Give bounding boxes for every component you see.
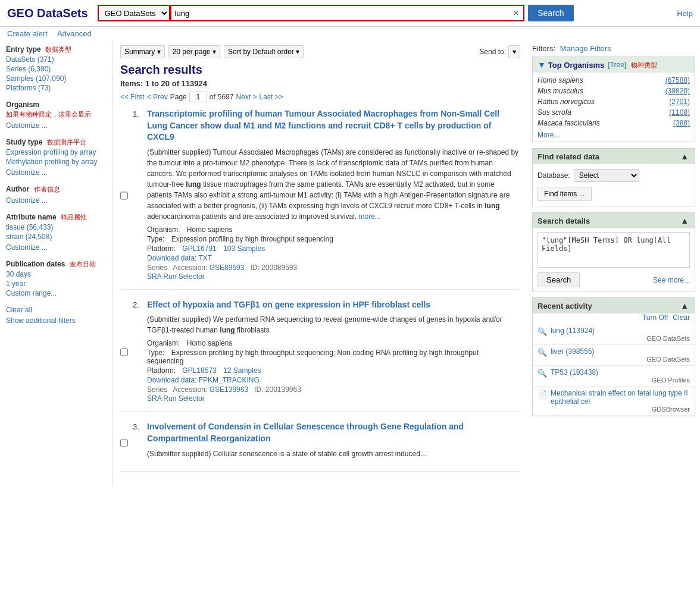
filter-tissue[interactable]: tissue (56,433) <box>6 223 107 231</box>
pub-date-custom[interactable]: Custom range... <box>6 289 107 297</box>
last-page-link[interactable]: Last >> <box>259 93 283 101</box>
recent-query-mechanical[interactable]: Mechanical strain effect on fetal lung t… <box>551 389 690 406</box>
summary-label: Summary <box>124 48 155 56</box>
page-input[interactable] <box>189 92 207 102</box>
organism-value-1: Homo sapiens <box>187 225 233 234</box>
search-input[interactable] <box>171 6 510 20</box>
send-to-dropdown[interactable]: ▾ <box>508 45 520 58</box>
turn-off-link[interactable]: Turn Off <box>642 313 668 322</box>
organism-count-mus[interactable]: (39820) <box>665 87 690 95</box>
tree-link[interactable]: [Tree] <box>608 61 626 69</box>
platform-label-2: Platform: <box>147 366 176 375</box>
sra-link-2[interactable]: SRA Run Selector <box>147 394 205 403</box>
download-link-1[interactable]: Download data: TXT <box>147 254 212 262</box>
filter-strain[interactable]: strain (24,508) <box>6 233 107 241</box>
pub-date-30days[interactable]: 30 days <box>6 270 107 278</box>
attribute-customize[interactable]: Customize ... <box>6 243 107 252</box>
result-abstract-3: (Submitter supplied) Cellular senescence… <box>147 448 520 459</box>
sra-link-1[interactable]: SRA Run Selector <box>147 272 205 281</box>
filter-samples[interactable]: Samples (107,090) <box>6 74 107 83</box>
download-link-2[interactable]: Download data: FPKM_TRACKING <box>147 376 260 384</box>
samples-link-2[interactable]: 12 Samples <box>223 366 261 375</box>
study-type-title: Study type <box>6 138 42 146</box>
series-line-1: Series Accession: GSE89593 ID: 200089593 <box>147 263 520 272</box>
author-customize[interactable]: Customize ... <box>6 196 107 205</box>
organism-count-rattus[interactable]: (2701) <box>669 98 690 106</box>
sort-dropdown[interactable]: Sort by Default order ▾ <box>224 45 304 58</box>
organism-mus: Mus musculus (39820) <box>538 86 690 96</box>
help-link[interactable]: Help <box>677 9 693 18</box>
study-type-customize[interactable]: Customize ... <box>6 168 107 177</box>
pub-dates-title: Publication dates <box>6 260 65 268</box>
center-content: Summary ▾ 20 per page ▾ Sort by Default … <box>113 40 527 486</box>
pub-dates-cn: 发布日期 <box>70 261 96 268</box>
organism-name-homo: Homo sapiens <box>538 76 583 84</box>
result-checkbox-3[interactable] <box>120 423 128 462</box>
samples-link-1[interactable]: 103 Samples <box>223 244 265 253</box>
filter-datasets[interactable]: DataSets (371) <box>6 55 107 64</box>
clear-all-link[interactable]: Clear all <box>6 306 107 314</box>
more-link-1[interactable]: more... <box>359 212 381 221</box>
per-page-dropdown[interactable]: 20 per page ▾ <box>168 45 220 58</box>
result-title-1[interactable]: Transcriptomic profiling of human Tumour… <box>147 108 520 143</box>
filter-series[interactable]: Series (6,390) <box>6 65 107 73</box>
recent-query-lung[interactable]: lung (113924) <box>551 327 690 335</box>
type-value-2: Expression profiling by high throughput … <box>147 349 479 365</box>
recent-query-liver[interactable]: liver (398555) <box>551 347 690 356</box>
recent-activity-collapse-btn[interactable]: ▲ <box>679 301 690 310</box>
summary-dropdown[interactable]: Summary ▾ <box>120 45 165 58</box>
recent-item-tp53: 🔍 TP53 (193438) GEO Profiles <box>533 366 695 387</box>
result-title-2[interactable]: Effect of hypoxia and TGFβ1 on gene expr… <box>147 299 520 311</box>
filters-label: Filters: <box>532 44 555 53</box>
see-more-link[interactable]: See more... <box>653 276 690 284</box>
organism-count-sus[interactable]: (1108) <box>669 108 690 117</box>
per-page-label: 20 per page <box>173 48 211 56</box>
result-checkbox-2[interactable] <box>120 302 128 403</box>
result-title-3[interactable]: Involvement of Condensin in Cellular Sen… <box>147 421 520 444</box>
series-line-2: Series Accession: GSE139963 ID: 20013996… <box>147 385 520 394</box>
result-checkbox-1[interactable] <box>120 111 128 281</box>
next-page-link[interactable]: Next > <box>236 93 257 101</box>
header-search-button[interactable]: Search <box>528 5 573 21</box>
search-input-wrapper: ✕ <box>170 5 525 21</box>
create-alert-link[interactable]: Create alert <box>7 29 48 38</box>
find-related-collapse-btn[interactable]: ▲ <box>679 152 690 161</box>
organism-customize[interactable]: Customize ... <box>6 121 107 130</box>
result-meta-download-2: Download data: FPKM_TRACKING <box>147 376 520 384</box>
manage-filters-link[interactable]: Manage Filters <box>560 44 611 53</box>
clear-link[interactable]: Clear <box>673 313 690 322</box>
results-header: Search results Items: 1 to 20 of 113924 <box>120 63 520 88</box>
organism-note: 如果有物种限定，这里会显示 <box>6 110 107 119</box>
platform-link-1[interactable]: GPL16791 <box>182 244 216 253</box>
organisms-more-link[interactable]: More... <box>538 131 690 139</box>
result-number-1: 1. <box>133 109 145 281</box>
filter-expression-array[interactable]: Expression profiling by array <box>6 148 107 156</box>
accession-link-2[interactable]: GSE139963 <box>210 385 248 394</box>
prev-page-link[interactable]: < Prev <box>147 93 168 101</box>
study-type-section: Study type 数据测序平台 Expression profiling b… <box>6 138 107 177</box>
search-details-collapse-btn[interactable]: ▲ <box>679 216 690 225</box>
pub-date-1year[interactable]: 1 year <box>6 280 107 288</box>
result-number-2: 2. <box>133 300 145 403</box>
entry-type-title: Entry type <box>6 45 41 54</box>
find-items-button[interactable]: Find items ... <box>538 187 592 201</box>
recent-query-tp53[interactable]: TP53 (193438) <box>551 368 690 376</box>
filter-platforms[interactable]: Platforms (73) <box>6 84 107 92</box>
organism-count-macaca[interactable]: (388) <box>673 119 690 127</box>
database-select-related[interactable]: Select GEO DataSets GEO Profiles PubMed <box>574 169 639 182</box>
accession-link-1[interactable]: GSE89593 <box>210 263 245 272</box>
send-to-label: Send to: <box>479 48 506 56</box>
recent-activity-section: Recent activity ▲ Turn Off Clear 🔍 lung … <box>532 297 695 416</box>
filter-methylation-array[interactable]: Methylation profiling by array <box>6 158 107 166</box>
database-select[interactable]: GEO DataSets GEO Profiles PubMed Nucleot… <box>98 5 170 21</box>
find-related-content: Database: Select GEO DataSets GEO Profil… <box>533 164 695 206</box>
organism-count-homo[interactable]: (67588) <box>665 76 690 84</box>
first-page-link[interactable]: << First <box>120 93 145 101</box>
show-filters-link[interactable]: Show additional filters <box>6 316 107 325</box>
platform-link-2[interactable]: GPL18573 <box>182 366 216 375</box>
sub-header: Create alert Advanced <box>0 27 700 40</box>
platform-label-1: Platform: <box>147 244 176 253</box>
clear-search-button[interactable]: ✕ <box>509 7 523 19</box>
search-details-button[interactable]: Search <box>538 272 580 287</box>
advanced-link[interactable]: Advanced <box>57 29 92 38</box>
